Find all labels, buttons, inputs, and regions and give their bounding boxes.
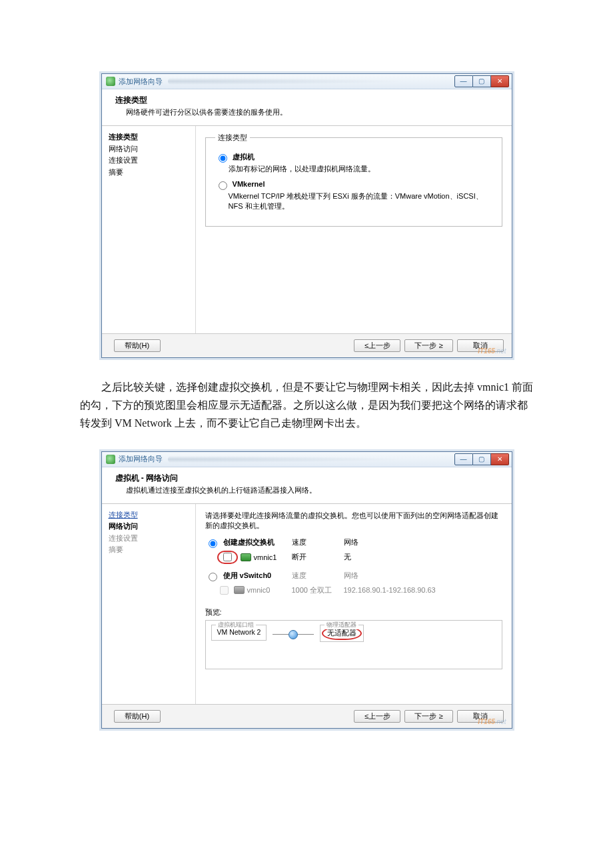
radio-virtual-machine-label: 虚拟机 <box>233 153 255 161</box>
step-summary: 摘要 <box>109 167 189 179</box>
vmnic0-speed: 1000 全双工 <box>292 585 344 595</box>
step-network-access: 网络访问 <box>109 143 189 155</box>
header-subtitle: 虚拟机通过连接至虚拟交换机的上行链路适配器接入网络。 <box>115 485 498 495</box>
vswitch-options-table: 创建虚拟交换机 速度 网络 vmnic1 <box>205 536 502 598</box>
radio-create-vswitch-label: 创建虚拟交换机 <box>223 537 275 547</box>
cancel-button[interactable]: 取消 <box>457 710 504 723</box>
preview-label: 预览: <box>205 607 502 617</box>
radio-create-vswitch[interactable] <box>209 539 217 548</box>
app-icon <box>106 455 115 464</box>
vmnic1-network: 无 <box>344 552 502 562</box>
col-network-header-1: 网络 <box>344 538 502 547</box>
maximize-button[interactable]: ▢ <box>473 453 491 465</box>
preview-box: 虚拟机端口组 VM Network 2 物理适配器 无适配器 <box>205 620 502 669</box>
radio-virtual-machine[interactable] <box>219 154 227 163</box>
header-subtitle: 网络硬件可进行分区以供各需要连接的服务使用。 <box>115 107 498 117</box>
step-connection-type[interactable]: 连接类型 <box>109 509 189 521</box>
nic-icon <box>234 586 245 594</box>
vmnic1-speed: 断开 <box>292 552 344 562</box>
window-title: 添加网络向导 <box>119 77 163 87</box>
maximize-button[interactable]: ▢ <box>473 75 491 87</box>
header-title: 虚拟机 - 网络访问 <box>115 473 498 484</box>
back-button[interactable]: ≤上一步 <box>354 339 400 352</box>
titlebar[interactable]: 添加网络向导 — ▢ ✕ <box>102 74 512 89</box>
vmnic0-network: 192.168.90.1-192.168.90.63 <box>344 586 502 594</box>
radio-virtual-machine-desc: 添加有标记的网络，以处理虚拟机网络流量。 <box>229 164 492 174</box>
checkbox-vmnic0 <box>220 586 229 595</box>
vmnic1-row: vmnic1 断开 无 <box>205 549 502 565</box>
help-button[interactable]: 帮助(H) <box>114 339 161 352</box>
close-button[interactable]: ✕ <box>491 75 509 87</box>
titlebar[interactable]: 添加网络向导 — ▢ ✕ <box>102 452 512 467</box>
nic-name-vmnic0: vmnic0 <box>247 586 271 594</box>
radio-vmkernel-label: VMkernel <box>233 180 265 188</box>
checkbox-vmnic1[interactable] <box>223 553 232 561</box>
step-connection-type: 连接类型 <box>109 131 189 143</box>
step-connection-settings: 连接设置 <box>109 533 189 545</box>
preview-no-adapter-text: 无适配器 <box>327 629 356 637</box>
col-network-header-2: 网络 <box>344 571 502 581</box>
minimize-button[interactable]: — <box>454 75 473 87</box>
preview-adapter-box: 物理适配器 无适配器 <box>320 625 364 642</box>
dialog-header: 虚拟机 - 网络访问 虚拟机通过连接至虚拟交换机的上行链路适配器接入网络。 <box>102 467 512 504</box>
main-pane: 连接类型 虚拟机 添加有标记的网络，以处理虚拟机网络流量。 VMkernel V… <box>196 126 512 333</box>
radio-use-vswitch0-label: 使用 vSwitch0 <box>223 571 272 581</box>
back-button[interactable]: ≤上一步 <box>354 710 400 723</box>
nic-icon <box>241 553 251 561</box>
preview-portgroup-box: 虚拟机端口组 VM Network 2 <box>211 625 267 641</box>
cancel-button[interactable]: 取消 <box>457 339 504 352</box>
button-bar: 帮助(H) ≤上一步 下一步 ≥ 取消 IT165.net <box>102 704 512 728</box>
main-pane: 请选择要处理此连接网络流量的虚拟交换机。您也可以使用下面列出的空闲网络适配器创建… <box>196 504 512 704</box>
wizard-dialog-network-access: 添加网络向导 — ▢ ✕ 虚拟机 - 网络访问 虚拟机通过连接至虚拟交换机的上行… <box>101 451 512 729</box>
highlight-circle-icon <box>217 551 238 564</box>
button-bar: 帮助(H) ≤上一步 下一步 ≥ 取消 IT165.net <box>102 333 512 357</box>
step-summary: 摘要 <box>109 544 189 556</box>
instruction-text: 请选择要处理此连接网络流量的虚拟交换机。您也可以使用下面列出的空闲网络适配器创建… <box>205 511 502 531</box>
preview-connector <box>273 630 314 639</box>
titlebar-blur <box>168 77 449 85</box>
close-button[interactable]: ✕ <box>491 453 509 465</box>
window-title: 添加网络向导 <box>119 454 163 464</box>
radio-use-vswitch0[interactable] <box>209 573 217 581</box>
connection-type-group: 连接类型 虚拟机 添加有标记的网络，以处理虚拟机网络流量。 VMkernel V… <box>205 133 502 227</box>
help-button[interactable]: 帮助(H) <box>114 710 161 723</box>
wizard-dialog-connection-type: 添加网络向导 — ▢ ✕ 连接类型 网络硬件可进行分区以供各需要连接的服务使用。… <box>101 73 512 358</box>
vswitch-dot-icon <box>289 630 298 639</box>
instruction-paragraph: 之后比较关键，选择创建虚拟交换机，但是不要让它与物理网卡相关，因此去掉 vmni… <box>80 378 533 433</box>
col-speed-header-1: 速度 <box>292 538 344 547</box>
next-button[interactable]: 下一步 ≥ <box>404 339 452 352</box>
minimize-button[interactable]: — <box>454 453 473 465</box>
radio-vmkernel-desc: VMkernel TCP/IP 堆栈处理下列 ESXi 服务的流量：VMware… <box>229 191 492 211</box>
dialog-header: 连接类型 网络硬件可进行分区以供各需要连接的服务使用。 <box>102 89 512 126</box>
preview-portgroup-legend: 虚拟机端口组 <box>216 621 256 629</box>
option-use-vswitch0-row: 使用 vSwitch0 速度 网络 <box>205 569 502 583</box>
next-button[interactable]: 下一步 ≥ <box>404 710 452 723</box>
step-connection-settings: 连接设置 <box>109 155 189 167</box>
app-icon <box>106 77 115 86</box>
wizard-steps-sidebar: 连接类型 网络访问 连接设置 摘要 <box>102 504 196 704</box>
col-speed-header-2: 速度 <box>292 571 344 581</box>
option-create-vswitch-row: 创建虚拟交换机 速度 网络 <box>205 536 502 549</box>
vmnic0-row: vmnic0 1000 全双工 192.168.90.1-192.168.90.… <box>205 583 502 598</box>
header-title: 连接类型 <box>115 95 498 106</box>
step-network-access: 网络访问 <box>109 521 189 533</box>
group-legend: 连接类型 <box>215 133 250 143</box>
preview-adapter-legend: 物理适配器 <box>324 621 358 629</box>
titlebar-blur <box>168 455 449 463</box>
nic-name-vmnic1: vmnic1 <box>254 553 277 561</box>
radio-vmkernel[interactable] <box>219 181 227 190</box>
wizard-steps-sidebar: 连接类型 网络访问 连接设置 摘要 <box>102 126 196 333</box>
